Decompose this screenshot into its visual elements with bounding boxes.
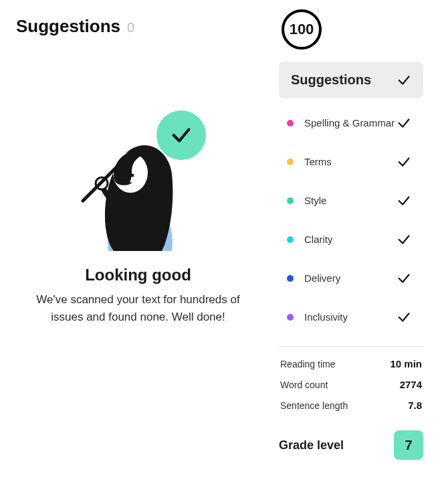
category-label: Delivery: [304, 272, 397, 284]
empty-state-title: Looking good: [36, 266, 240, 284]
checkmark-icon: [397, 73, 411, 88]
suggestions-header: Suggestions 0: [16, 16, 260, 37]
category-label: Style: [304, 195, 397, 206]
checkmark-icon: [397, 116, 411, 131]
empty-state-body: We've scanned your text for hundreds of …: [36, 291, 240, 325]
stat-row-reading-time: Reading time 10 min: [279, 353, 423, 374]
category-label: Terms: [304, 156, 397, 167]
category-row-clarity[interactable]: Clarity: [279, 220, 423, 259]
stat-label: Reading time: [280, 359, 336, 369]
stat-label: Sentence length: [280, 400, 348, 411]
divider: [279, 346, 423, 347]
suggestions-panel-header[interactable]: Suggestions: [279, 62, 423, 98]
stat-value: 10 min: [390, 358, 422, 369]
illustration: [75, 110, 202, 251]
suggestions-title: Suggestions: [16, 16, 120, 37]
category-row-terms[interactable]: Terms: [279, 143, 423, 181]
success-badge-icon: [156, 110, 206, 160]
grade-level-value: 7: [405, 438, 412, 453]
category-row-delivery[interactable]: Delivery: [279, 259, 423, 298]
category-label: Spelling & Grammar: [304, 117, 397, 129]
checkmark-icon: [170, 124, 193, 147]
grade-level-chip[interactable]: 7: [394, 430, 423, 460]
grade-level-row: Grade level 7: [279, 430, 423, 460]
category-label: Inclusivity: [304, 311, 397, 323]
empty-state: Looking good We've scanned your text for…: [16, 110, 260, 325]
stat-value: 7.8: [408, 400, 422, 411]
svg-point-2: [130, 174, 134, 177]
checkmark-icon: [397, 310, 411, 325]
score-value: 100: [290, 21, 314, 38]
category-row-style[interactable]: Style: [279, 181, 423, 220]
category-dot-icon: [287, 159, 294, 165]
checkmark-icon: [397, 232, 411, 247]
stat-value: 2774: [400, 379, 422, 390]
category-row-inclusivity[interactable]: Inclusivity: [279, 298, 423, 337]
checkmark-icon: [397, 193, 411, 208]
panel-header-title: Suggestions: [291, 72, 371, 88]
category-row-spelling-grammar[interactable]: Spelling & Grammar: [279, 104, 423, 143]
stat-label: Word count: [280, 380, 328, 390]
stat-row-word-count: Word count 2774: [279, 374, 423, 395]
category-dot-icon: [287, 314, 294, 321]
stat-row-sentence-length: Sentence length 7.8: [279, 395, 423, 416]
category-dot-icon: [287, 120, 294, 127]
suggestions-count: 0: [127, 20, 134, 35]
category-dot-icon: [287, 236, 294, 243]
category-list: Spelling & Grammar Terms Style Clarity: [279, 104, 423, 337]
checkmark-icon: [397, 155, 411, 169]
grade-level-label: Grade level: [279, 438, 344, 452]
category-dot-icon: [287, 275, 294, 282]
checkmark-icon: [397, 271, 411, 286]
category-dot-icon: [287, 197, 294, 204]
score-ring[interactable]: 100: [282, 9, 322, 50]
svg-point-1: [120, 174, 123, 177]
category-label: Clarity: [304, 234, 397, 245]
